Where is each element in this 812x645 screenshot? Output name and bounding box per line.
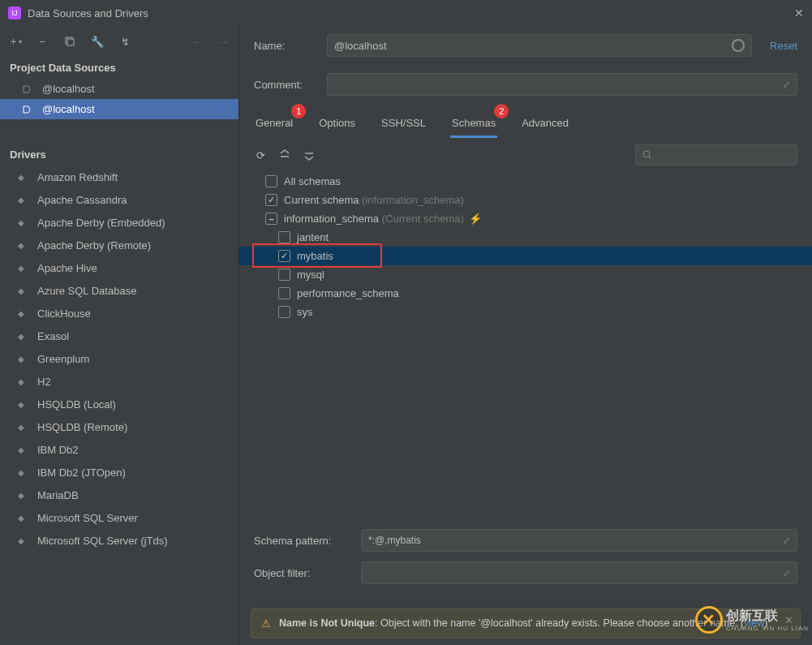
plug-icon <box>21 104 36 115</box>
back-icon[interactable]: ← <box>190 35 203 48</box>
schema-information[interactable]: information_schema (Current schema) ⚡ <box>239 209 812 228</box>
driver-icon: ◆ <box>11 283 31 298</box>
add-icon[interactable]: ＋▾ <box>8 35 21 48</box>
remove-icon[interactable]: − <box>36 35 49 48</box>
tab-advanced[interactable]: Advanced <box>520 110 570 138</box>
svg-point-2 <box>643 151 650 157</box>
pattern-label: Schema pattern: <box>254 535 351 547</box>
driver-item[interactable]: ◆Greenplum <box>0 347 238 370</box>
watermark-logo: ✕ 创新互联CHUANG XIN HU LIAN <box>695 606 809 634</box>
schema-all[interactable]: All schemas <box>239 172 812 191</box>
driver-item[interactable]: ◆Apache Derby (Remote) <box>0 234 238 256</box>
svg-line-3 <box>649 157 651 159</box>
driver-item[interactable]: ◆IBM Db2 <box>0 438 238 461</box>
close-icon[interactable]: ✕ <box>794 6 804 19</box>
left-panel: ＋▾ − 🔧 ↯ ← → Project Data Sources @local… <box>0 26 239 645</box>
driver-item[interactable]: ◆MariaDB <box>0 484 238 506</box>
lightning-icon: ⚡ <box>469 213 482 225</box>
driver-icon: ◆ <box>11 329 31 343</box>
revert-icon[interactable]: ↯ <box>118 35 131 48</box>
driver-icon: ◆ <box>11 510 31 525</box>
driver-item[interactable]: ◆HSQLDB (Remote) <box>0 415 238 438</box>
driver-icon: ◆ <box>11 170 31 184</box>
filter-label: Object filter: <box>254 567 351 579</box>
driver-icon: ◆ <box>11 374 31 389</box>
driver-icon: ◆ <box>11 306 31 320</box>
tab-sshssl[interactable]: SSH/SSL <box>380 110 427 138</box>
schema-item[interactable]: sys <box>239 303 812 321</box>
driver-item[interactable]: ◆Microsoft SQL Server <box>0 506 238 529</box>
driver-icon: ◆ <box>11 465 31 479</box>
expand-all-icon[interactable] <box>278 148 291 161</box>
driver-item[interactable]: ◆HSQLDB (Local) <box>0 393 238 415</box>
driver-item[interactable]: ◆Apache Derby (Embedded) <box>0 211 238 234</box>
driver-item[interactable]: ◆Apache Hive <box>0 256 238 279</box>
dialog-title: Data Sources and Drivers <box>28 7 148 19</box>
drivers-list: ◆Amazon Redshift◆Apache Cassandra◆Apache… <box>0 166 238 552</box>
tabs: General1OptionsSSH/SSLSchemas2Advanced <box>239 110 812 138</box>
checkbox[interactable] <box>278 269 290 281</box>
checkbox[interactable] <box>278 306 290 318</box>
checkbox[interactable] <box>265 213 277 225</box>
driver-icon: ◆ <box>11 442 31 457</box>
warning-icon: ⚠ <box>261 617 271 630</box>
schema-item[interactable]: jantent <box>239 228 812 247</box>
checkbox[interactable] <box>278 287 290 299</box>
search-input[interactable] <box>635 144 797 166</box>
plug-icon <box>21 84 36 95</box>
checkbox[interactable] <box>265 175 277 187</box>
pattern-field[interactable]: *:@,mybatis ⤢ <box>361 529 797 552</box>
datasource-item[interactable]: @localhost <box>0 99 238 119</box>
filter-field[interactable]: ⤢ <box>361 561 797 584</box>
comment-label: Comment: <box>254 79 317 91</box>
driver-icon: ◆ <box>11 488 31 502</box>
name-field[interactable]: @localhost <box>327 34 752 57</box>
checkbox[interactable] <box>278 231 290 243</box>
datasource-item[interactable]: @localhost <box>0 79 238 99</box>
name-label: Name: <box>254 40 317 52</box>
badge: 1 <box>291 104 306 118</box>
datasource-list: @localhost@localhost <box>0 79 238 119</box>
schema-item[interactable]: mybatis <box>239 247 812 265</box>
forward-icon[interactable]: → <box>217 35 230 48</box>
driver-item[interactable]: ◆Microsoft SQL Server (jTds) <box>0 529 238 552</box>
titlebar: IJ Data Sources and Drivers ✕ <box>0 0 812 26</box>
svg-rect-1 <box>67 39 74 45</box>
driver-item[interactable]: ◆Exasol <box>0 325 238 347</box>
refresh-icon[interactable]: ⟳ <box>254 148 267 161</box>
schema-item[interactable]: mysql <box>239 265 812 284</box>
schema-item[interactable]: performance_schema <box>239 284 812 303</box>
expand-icon[interactable]: ⤢ <box>783 535 790 546</box>
schema-current[interactable]: Current schema (information_schema) <box>239 191 812 209</box>
checkbox[interactable] <box>278 250 290 262</box>
tab-schemas[interactable]: Schemas2 <box>450 110 497 138</box>
collapse-all-icon[interactable] <box>303 148 316 161</box>
schema-toolbar: ⟳ <box>239 138 812 172</box>
driver-item[interactable]: ◆Apache Cassandra <box>0 188 238 211</box>
left-toolbar: ＋▾ − 🔧 ↯ ← → <box>0 26 238 57</box>
driver-item[interactable]: ◆Amazon Redshift <box>0 166 238 188</box>
expand-icon[interactable]: ⤢ <box>783 80 790 90</box>
expand-icon[interactable]: ⤢ <box>783 568 790 578</box>
driver-item[interactable]: ◆Azure SQL Database <box>0 279 238 302</box>
comment-field[interactable]: ⤢ <box>327 73 797 96</box>
driver-icon: ◆ <box>11 238 31 252</box>
reset-link[interactable]: Reset <box>770 40 797 52</box>
driver-item[interactable]: ◆IBM Db2 (JTOpen) <box>0 461 238 484</box>
driver-icon: ◆ <box>11 351 31 366</box>
tab-general[interactable]: General1 <box>254 110 294 138</box>
driver-icon: ◆ <box>11 215 31 230</box>
driver-icon: ◆ <box>11 260 31 275</box>
copy-icon[interactable] <box>63 35 76 48</box>
section-datasources: Project Data Sources <box>0 57 238 79</box>
color-picker-icon[interactable] <box>732 39 745 52</box>
driver-item[interactable]: ◆ClickHouse <box>0 302 238 325</box>
wrench-icon[interactable]: 🔧 <box>91 35 104 48</box>
driver-icon: ◆ <box>11 419 31 434</box>
search-icon <box>642 150 652 160</box>
driver-item[interactable]: ◆H2 <box>0 370 238 393</box>
section-drivers: Drivers <box>0 144 238 166</box>
tab-options[interactable]: Options <box>317 110 357 138</box>
checkbox[interactable] <box>265 194 277 206</box>
app-logo: IJ <box>8 6 21 19</box>
